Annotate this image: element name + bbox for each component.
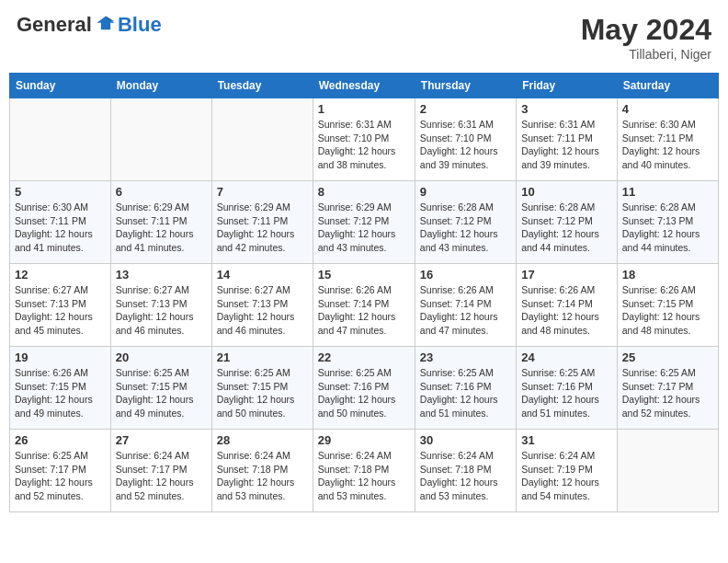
calendar-cell [10,98,111,181]
calendar-cell: 2Sunrise: 6:31 AM Sunset: 7:10 PM Daylig… [415,98,516,181]
day-number: 5 [15,185,106,199]
calendar-cell: 3Sunrise: 6:31 AM Sunset: 7:11 PM Daylig… [517,98,618,181]
day-number: 18 [622,268,713,282]
col-header-friday: Friday [517,74,618,98]
calendar-cell: 12Sunrise: 6:27 AM Sunset: 7:13 PM Dayli… [10,264,111,347]
day-number: 23 [420,350,511,364]
day-number: 3 [521,102,612,116]
day-info: Sunrise: 6:28 AM Sunset: 7:12 PM Dayligh… [521,201,612,255]
calendar-cell: 26Sunrise: 6:25 AM Sunset: 7:17 PM Dayli… [10,430,111,512]
calendar-cell: 31Sunrise: 6:24 AM Sunset: 7:19 PM Dayli… [517,430,618,512]
col-header-tuesday: Tuesday [211,74,313,98]
calendar-cell: 17Sunrise: 6:26 AM Sunset: 7:14 PM Dayli… [517,264,618,347]
day-info: Sunrise: 6:29 AM Sunset: 7:12 PM Dayligh… [318,201,410,255]
calendar-table: SundayMondayTuesdayWednesdayThursdayFrid… [9,73,719,512]
day-number: 21 [217,350,308,364]
calendar-cell: 9Sunrise: 6:28 AM Sunset: 7:12 PM Daylig… [415,181,516,264]
day-info: Sunrise: 6:24 AM Sunset: 7:18 PM Dayligh… [318,449,410,503]
day-number: 24 [521,350,612,364]
day-info: Sunrise: 6:27 AM Sunset: 7:13 PM Dayligh… [217,283,308,338]
day-number: 12 [15,268,106,282]
day-number: 27 [116,433,207,447]
day-number: 31 [521,433,612,447]
day-info: Sunrise: 6:26 AM Sunset: 7:15 PM Dayligh… [15,366,106,420]
day-info: Sunrise: 6:28 AM Sunset: 7:12 PM Dayligh… [420,201,511,255]
page-header: GeneralBlue May 2024 Tillaberi, Niger [9,9,719,65]
logo: GeneralBlue [17,13,162,37]
calendar-week-row: 19Sunrise: 6:26 AM Sunset: 7:15 PM Dayli… [10,347,719,430]
calendar-cell: 11Sunrise: 6:28 AM Sunset: 7:13 PM Dayli… [617,181,718,264]
day-info: Sunrise: 6:25 AM Sunset: 7:15 PM Dayligh… [116,366,207,420]
day-number: 10 [521,185,612,199]
day-number: 13 [116,268,207,282]
day-info: Sunrise: 6:26 AM Sunset: 7:14 PM Dayligh… [521,283,612,338]
calendar-cell: 18Sunrise: 6:26 AM Sunset: 7:15 PM Dayli… [617,264,718,347]
calendar-cell [617,430,718,512]
col-header-monday: Monday [110,74,211,98]
day-info: Sunrise: 6:26 AM Sunset: 7:15 PM Dayligh… [622,283,713,338]
calendar-cell: 15Sunrise: 6:26 AM Sunset: 7:14 PM Dayli… [313,264,415,347]
day-number: 8 [318,185,410,199]
day-info: Sunrise: 6:29 AM Sunset: 7:11 PM Dayligh… [217,201,308,255]
day-info: Sunrise: 6:30 AM Sunset: 7:11 PM Dayligh… [15,201,106,255]
day-info: Sunrise: 6:25 AM Sunset: 7:17 PM Dayligh… [622,366,713,420]
svg-marker-0 [97,16,114,29]
calendar-cell: 16Sunrise: 6:26 AM Sunset: 7:14 PM Dayli… [415,264,516,347]
calendar-cell: 1Sunrise: 6:31 AM Sunset: 7:10 PM Daylig… [313,98,415,181]
calendar-cell [110,98,211,181]
day-number: 1 [318,102,410,116]
col-header-thursday: Thursday [415,74,516,98]
location: Tillaberi, Niger [581,47,711,62]
calendar-cell: 19Sunrise: 6:26 AM Sunset: 7:15 PM Dayli… [10,347,111,430]
day-info: Sunrise: 6:31 AM Sunset: 7:10 PM Dayligh… [318,118,410,172]
day-info: Sunrise: 6:31 AM Sunset: 7:10 PM Dayligh… [420,118,511,172]
calendar-cell: 7Sunrise: 6:29 AM Sunset: 7:11 PM Daylig… [211,181,313,264]
day-info: Sunrise: 6:25 AM Sunset: 7:16 PM Dayligh… [521,366,612,420]
day-info: Sunrise: 6:26 AM Sunset: 7:14 PM Dayligh… [318,283,410,338]
day-info: Sunrise: 6:27 AM Sunset: 7:13 PM Dayligh… [15,283,106,338]
calendar-cell: 24Sunrise: 6:25 AM Sunset: 7:16 PM Dayli… [517,347,618,430]
day-number: 14 [217,268,308,282]
logo-blue: Blue [118,13,162,37]
calendar-cell: 22Sunrise: 6:25 AM Sunset: 7:16 PM Dayli… [313,347,415,430]
col-header-saturday: Saturday [617,74,718,98]
day-info: Sunrise: 6:24 AM Sunset: 7:18 PM Dayligh… [217,449,308,503]
day-info: Sunrise: 6:26 AM Sunset: 7:14 PM Dayligh… [420,283,511,338]
day-number: 30 [420,433,511,447]
day-info: Sunrise: 6:30 AM Sunset: 7:11 PM Dayligh… [622,118,713,172]
logo-bird-icon [96,15,116,35]
day-info: Sunrise: 6:27 AM Sunset: 7:13 PM Dayligh… [116,283,207,338]
day-number: 11 [622,185,713,199]
day-number: 16 [420,268,511,282]
day-number: 19 [15,350,106,364]
calendar-cell: 14Sunrise: 6:27 AM Sunset: 7:13 PM Dayli… [211,264,313,347]
calendar-cell: 21Sunrise: 6:25 AM Sunset: 7:15 PM Dayli… [211,347,313,430]
logo-general: General [17,13,92,37]
calendar-cell: 30Sunrise: 6:24 AM Sunset: 7:18 PM Dayli… [415,430,516,512]
day-info: Sunrise: 6:25 AM Sunset: 7:16 PM Dayligh… [318,366,410,420]
calendar-cell: 5Sunrise: 6:30 AM Sunset: 7:11 PM Daylig… [10,181,111,264]
col-header-sunday: Sunday [10,74,111,98]
calendar-cell: 4Sunrise: 6:30 AM Sunset: 7:11 PM Daylig… [617,98,718,181]
day-number: 20 [116,350,207,364]
day-number: 28 [217,433,308,447]
month-year: May 2024 [581,13,711,47]
calendar-cell: 8Sunrise: 6:29 AM Sunset: 7:12 PM Daylig… [313,181,415,264]
calendar-cell [211,98,313,181]
day-info: Sunrise: 6:24 AM Sunset: 7:19 PM Dayligh… [521,449,612,503]
day-info: Sunrise: 6:31 AM Sunset: 7:11 PM Dayligh… [521,118,612,172]
calendar-header-row: SundayMondayTuesdayWednesdayThursdayFrid… [10,74,719,98]
calendar-cell: 20Sunrise: 6:25 AM Sunset: 7:15 PM Dayli… [110,347,211,430]
day-info: Sunrise: 6:28 AM Sunset: 7:13 PM Dayligh… [622,201,713,255]
col-header-wednesday: Wednesday [313,74,415,98]
calendar-cell: 10Sunrise: 6:28 AM Sunset: 7:12 PM Dayli… [517,181,618,264]
calendar-week-row: 1Sunrise: 6:31 AM Sunset: 7:10 PM Daylig… [10,98,719,181]
calendar-week-row: 26Sunrise: 6:25 AM Sunset: 7:17 PM Dayli… [10,430,719,512]
day-info: Sunrise: 6:29 AM Sunset: 7:11 PM Dayligh… [116,201,207,255]
day-number: 22 [318,350,410,364]
day-number: 4 [622,102,713,116]
calendar-cell: 6Sunrise: 6:29 AM Sunset: 7:11 PM Daylig… [110,181,211,264]
day-number: 15 [318,268,410,282]
calendar-cell: 23Sunrise: 6:25 AM Sunset: 7:16 PM Dayli… [415,347,516,430]
day-number: 26 [15,433,106,447]
